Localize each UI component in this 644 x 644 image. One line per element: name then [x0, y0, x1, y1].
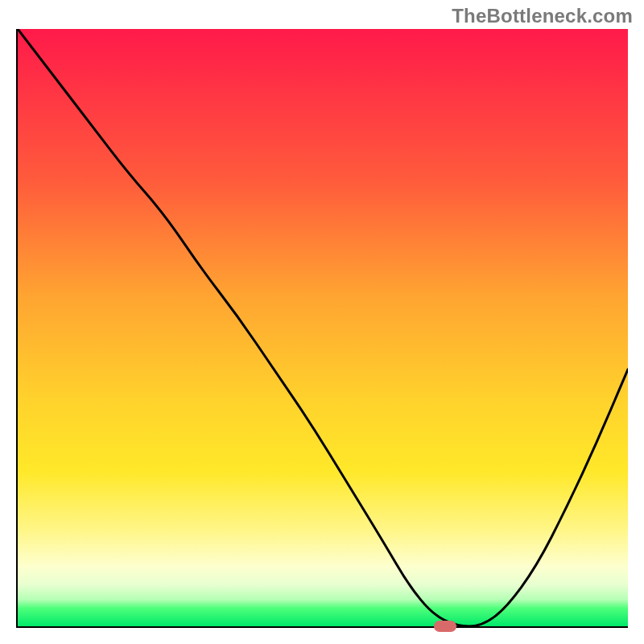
optimum-marker	[434, 621, 456, 632]
chart-stage: TheBottleneck.com	[0, 0, 644, 644]
background-gradient	[18, 29, 628, 626]
watermark-text: TheBottleneck.com	[452, 5, 633, 27]
plot-area	[16, 29, 628, 628]
